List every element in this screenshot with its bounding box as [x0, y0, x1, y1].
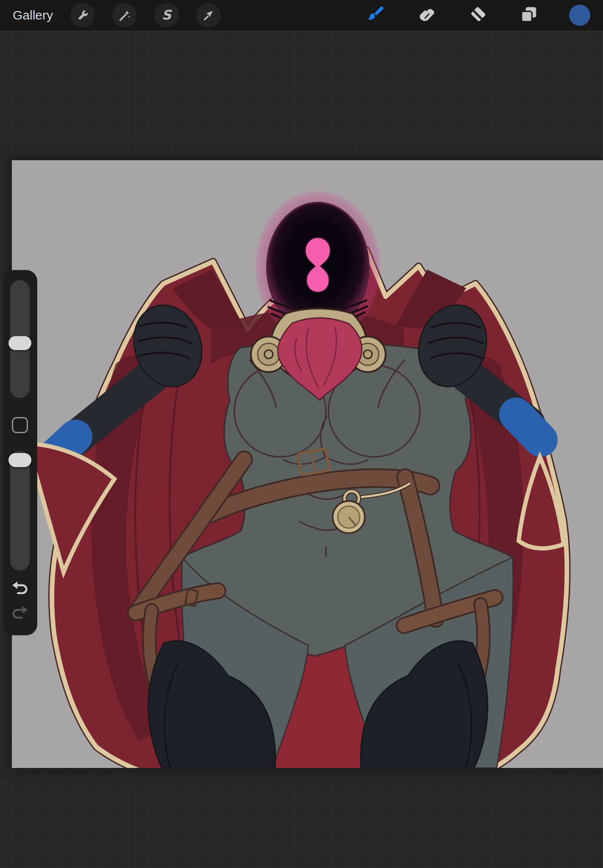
arrow-cursor-icon: [202, 8, 215, 22]
side-toolbar: [3, 270, 37, 635]
modify-button[interactable]: [12, 417, 28, 433]
redo-icon: [11, 617, 29, 623]
wrench-icon: [76, 8, 89, 22]
procreate-app: Gallery S: [0, 0, 603, 868]
undo-button[interactable]: [11, 580, 29, 599]
top-toolbar: Gallery S: [0, 0, 603, 31]
layers-button[interactable]: [519, 6, 539, 25]
redo-button[interactable]: [11, 604, 29, 623]
brush-icon: [366, 5, 385, 26]
brush-size-handle[interactable]: [8, 336, 31, 350]
smudge-tool-button[interactable]: [417, 6, 437, 25]
transform-button[interactable]: [196, 3, 221, 28]
s-curve-icon: S: [162, 7, 171, 22]
finger-icon: [417, 5, 437, 26]
gallery-button[interactable]: Gallery: [0, 0, 53, 31]
brush-size-slider[interactable]: [10, 280, 30, 398]
paint-tool-button[interactable]: [366, 6, 385, 25]
opacity-handle[interactable]: [8, 453, 31, 467]
adjustments-button[interactable]: [112, 3, 137, 28]
canvas-artwork[interactable]: [12, 160, 603, 768]
artwork-svg: [12, 160, 603, 768]
magic-wand-icon: [118, 8, 131, 22]
opacity-slider[interactable]: [10, 451, 30, 570]
actions-button[interactable]: [70, 3, 95, 28]
selection-button[interactable]: S: [154, 3, 179, 28]
layers-icon: [519, 5, 539, 26]
eraser-icon: [468, 5, 488, 26]
erase-tool-button[interactable]: [468, 6, 488, 25]
color-swatch[interactable]: [569, 5, 590, 26]
undo-icon: [11, 593, 29, 599]
